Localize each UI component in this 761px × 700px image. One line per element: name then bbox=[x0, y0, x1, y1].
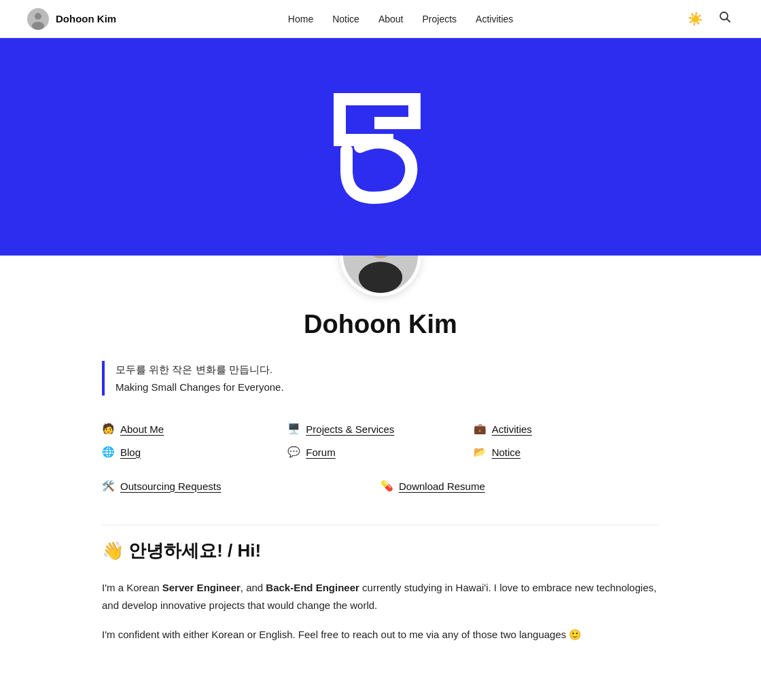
bio-paragraph-1: I'm a Korean Server Engineer, and Back-E… bbox=[102, 579, 659, 615]
bio1-mid: , and bbox=[241, 582, 266, 593]
notice-emoji: 📂 bbox=[474, 446, 486, 458]
link-forum: 💬 Forum bbox=[287, 446, 473, 458]
bio-paragraph-2: I'm confident with either Korean or Engl… bbox=[102, 626, 659, 644]
brand-name: Dohoon Kim bbox=[56, 13, 116, 24]
theme-toggle-button[interactable]: ☀️ bbox=[685, 9, 705, 29]
brand[interactable]: Dohoon Kim bbox=[27, 8, 116, 30]
projects-link[interactable]: Projects & Services bbox=[306, 423, 394, 435]
link-blog: 🌐 Blog bbox=[102, 446, 287, 458]
blog-emoji: 🌐 bbox=[102, 446, 115, 458]
links-grid: 🧑 About Me 🌐 Blog 🖥️ Projects & Services… bbox=[102, 423, 659, 458]
resume-item: 💊 Download Resume bbox=[380, 480, 659, 492]
outsourcing-link[interactable]: Outsourcing Requests bbox=[120, 480, 221, 492]
link-activities: 💼 Activities bbox=[474, 423, 659, 435]
svg-line-4 bbox=[726, 19, 730, 22]
outsourcing-item: 🛠️ Outsourcing Requests bbox=[102, 480, 380, 492]
forum-emoji: 💬 bbox=[287, 446, 300, 458]
greeting-title: 👋 안녕하세요! / Hi! bbox=[102, 539, 659, 563]
resume-link[interactable]: Download Resume bbox=[399, 480, 485, 492]
tagline-ko: 모두를 위한 작은 변화를 만듭니다. bbox=[116, 361, 659, 379]
nav-activities[interactable]: Activities bbox=[476, 14, 513, 24]
about-me-emoji: 🧑 bbox=[102, 423, 115, 435]
nav-about[interactable]: About bbox=[378, 14, 404, 24]
quote-block: 모두를 위한 작은 변화를 만듭니다. Making Small Changes… bbox=[102, 361, 659, 396]
nav-icon-group: ☀️ bbox=[685, 8, 734, 29]
forum-link[interactable]: Forum bbox=[306, 447, 335, 458]
links-col-1: 🧑 About Me 🌐 Blog bbox=[102, 423, 287, 458]
blog-link[interactable]: Blog bbox=[120, 447, 141, 458]
profile-name: Dohoon Kim bbox=[102, 310, 659, 339]
navbar: Dohoon Kim Home Notice About Projects Ac… bbox=[0, 0, 761, 38]
resume-emoji: 💊 bbox=[380, 480, 393, 492]
hero-logo bbox=[306, 72, 455, 222]
bio1-pre: I'm a Korean bbox=[102, 582, 162, 593]
nav-home[interactable]: Home bbox=[288, 14, 313, 24]
hero-banner bbox=[0, 38, 761, 256]
nav-links: Home Notice About Projects Activities bbox=[288, 14, 513, 24]
link-about-me: 🧑 About Me bbox=[102, 423, 287, 435]
brand-avatar bbox=[27, 8, 49, 30]
search-button[interactable] bbox=[716, 8, 734, 29]
svg-point-14 bbox=[359, 262, 402, 293]
greeting-section: 👋 안녕하세요! / Hi! I'm a Korean Server Engin… bbox=[102, 539, 659, 644]
tagline-en: Making Small Changes for Everyone. bbox=[116, 379, 659, 396]
outsourcing-emoji: 🛠️ bbox=[102, 480, 115, 492]
links-col-3: 💼 Activities 📂 Notice bbox=[474, 423, 659, 458]
nav-projects[interactable]: Projects bbox=[422, 14, 457, 24]
nav-notice[interactable]: Notice bbox=[332, 14, 359, 24]
about-me-link[interactable]: About Me bbox=[120, 423, 164, 435]
svg-point-2 bbox=[32, 22, 44, 30]
svg-point-1 bbox=[35, 13, 41, 20]
activities-link[interactable]: Activities bbox=[492, 423, 532, 435]
activities-emoji: 💼 bbox=[474, 423, 486, 435]
bio1-bold2: Back-End Engineer bbox=[266, 582, 359, 593]
section-divider bbox=[102, 525, 659, 525]
link-projects: 🖥️ Projects & Services bbox=[287, 423, 473, 435]
links-col-2: 🖥️ Projects & Services 💬 Forum bbox=[287, 423, 473, 458]
action-links: 🛠️ Outsourcing Requests 💊 Download Resum… bbox=[102, 480, 659, 492]
notice-link[interactable]: Notice bbox=[492, 447, 521, 458]
main-content: Dohoon Kim 모두를 위한 작은 변화를 만듭니다. Making Sm… bbox=[75, 310, 686, 695]
link-notice: 📂 Notice bbox=[474, 446, 659, 458]
bio1-bold1: Server Engineer bbox=[162, 582, 241, 593]
projects-emoji: 🖥️ bbox=[287, 423, 300, 435]
